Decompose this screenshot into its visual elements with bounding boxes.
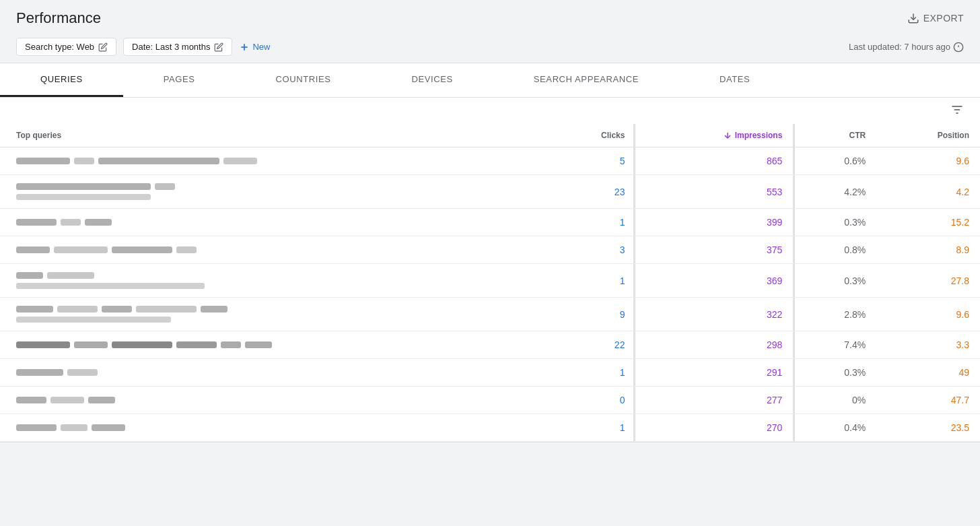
position-value: 49: [876, 359, 980, 387]
query-cell: [0, 147, 548, 175]
query-cell: [0, 387, 548, 414]
table-row[interactable]: 12700.4%23.5: [0, 414, 980, 442]
tab-countries[interactable]: COUNTRIES: [236, 63, 372, 97]
position-value: 9.6: [876, 298, 980, 331]
ctr-value: 0.3%: [793, 209, 876, 236]
sort-down-icon: [723, 131, 732, 140]
position-value: 23.5: [876, 414, 980, 442]
impressions-value: 375: [635, 236, 793, 264]
clicks-value: 23: [548, 175, 636, 209]
header-ctr[interactable]: CTR: [793, 124, 876, 147]
edit-search-type-icon: [98, 42, 108, 52]
table-row[interactable]: 235534.2%4.2: [0, 175, 980, 209]
position-value: 3.3: [876, 331, 980, 359]
position-value: 27.8: [876, 264, 980, 298]
ctr-value: 0.6%: [793, 147, 876, 175]
query-cell: [0, 209, 548, 236]
ctr-value: 7.4%: [793, 331, 876, 359]
edit-date-icon: [214, 42, 223, 52]
filter-list-icon[interactable]: [950, 103, 964, 119]
clicks-value: 1: [548, 414, 636, 442]
last-updated: Last updated: 7 hours ago: [849, 42, 964, 53]
impressions-value: 865: [635, 147, 793, 175]
impressions-value: 291: [635, 359, 793, 387]
ctr-value: 0.3%: [793, 264, 876, 298]
ctr-value: 0.8%: [793, 236, 876, 264]
header-position[interactable]: Position: [876, 124, 980, 147]
ctr-value: 4.2%: [793, 175, 876, 209]
clicks-value: 1: [548, 209, 636, 236]
position-value: 4.2: [876, 175, 980, 209]
impressions-value: 553: [635, 175, 793, 209]
query-cell: [0, 359, 548, 387]
header-impressions[interactable]: Impressions: [635, 124, 793, 147]
query-cell: [0, 331, 548, 359]
query-cell: [0, 236, 548, 264]
query-cell: [0, 175, 548, 209]
queries-table: Top queries Clicks Impressions CTR: [0, 124, 980, 442]
impressions-value: 298: [635, 331, 793, 359]
ctr-value: 0.4%: [793, 414, 876, 442]
ctr-value: 0.3%: [793, 359, 876, 387]
table-row[interactable]: 12910.3%49: [0, 359, 980, 387]
impressions-value: 270: [635, 414, 793, 442]
search-type-filter[interactable]: Search type: Web: [16, 38, 116, 56]
tab-dates[interactable]: DATES: [679, 63, 790, 97]
clicks-value: 22: [548, 331, 636, 359]
clicks-value: 1: [548, 264, 636, 298]
table-row[interactable]: 58650.6%9.6: [0, 147, 980, 175]
query-cell: [0, 414, 548, 442]
query-cell: [0, 264, 548, 298]
date-filter[interactable]: Date: Last 3 months: [123, 38, 232, 56]
clicks-value: 5: [548, 147, 636, 175]
impressions-value: 277: [635, 387, 793, 414]
table-row[interactable]: 13690.3%27.8: [0, 264, 980, 298]
table-toolbar: [0, 98, 980, 124]
impressions-value: 369: [635, 264, 793, 298]
main-card: QUERIES PAGES COUNTRIES DEVICES SEARCH A…: [0, 63, 980, 442]
clicks-value: 1: [548, 359, 636, 387]
header-clicks[interactable]: Clicks: [548, 124, 636, 147]
table-row[interactable]: 13990.3%15.2: [0, 209, 980, 236]
clicks-value: 0: [548, 387, 636, 414]
position-value: 8.9: [876, 236, 980, 264]
table-row[interactable]: 93222.8%9.6: [0, 298, 980, 331]
impressions-value: 399: [635, 209, 793, 236]
tab-devices[interactable]: DEVICES: [372, 63, 493, 97]
tab-queries[interactable]: QUERIES: [0, 63, 123, 97]
ctr-value: 2.8%: [793, 298, 876, 331]
table-row[interactable]: 222987.4%3.3: [0, 331, 980, 359]
tab-search-appearance[interactable]: SEARCH APPEARANCE: [493, 63, 679, 97]
impressions-value: 322: [635, 298, 793, 331]
tabs-bar: QUERIES PAGES COUNTRIES DEVICES SEARCH A…: [0, 63, 980, 98]
clicks-value: 3: [548, 236, 636, 264]
header-query: Top queries: [0, 124, 548, 147]
table-header-row: Top queries Clicks Impressions CTR: [0, 124, 980, 147]
export-button[interactable]: EXPORT: [907, 12, 964, 24]
filters-bar: Search type: Web Date: Last 3 months New…: [0, 34, 980, 63]
query-cell: [0, 298, 548, 331]
position-value: 47.7: [876, 387, 980, 414]
new-filter-button[interactable]: New: [239, 42, 270, 53]
info-icon: [953, 42, 964, 53]
table-row[interactable]: 33750.8%8.9: [0, 236, 980, 264]
page-title: Performance: [16, 9, 101, 27]
clicks-value: 9: [548, 298, 636, 331]
page-header: Performance EXPORT: [0, 0, 980, 34]
position-value: 15.2: [876, 209, 980, 236]
export-icon: [907, 12, 919, 24]
plus-icon: [239, 42, 250, 53]
table-row[interactable]: 02770%47.7: [0, 387, 980, 414]
position-value: 9.6: [876, 147, 980, 175]
ctr-value: 0%: [793, 387, 876, 414]
tab-pages[interactable]: PAGES: [123, 63, 236, 97]
